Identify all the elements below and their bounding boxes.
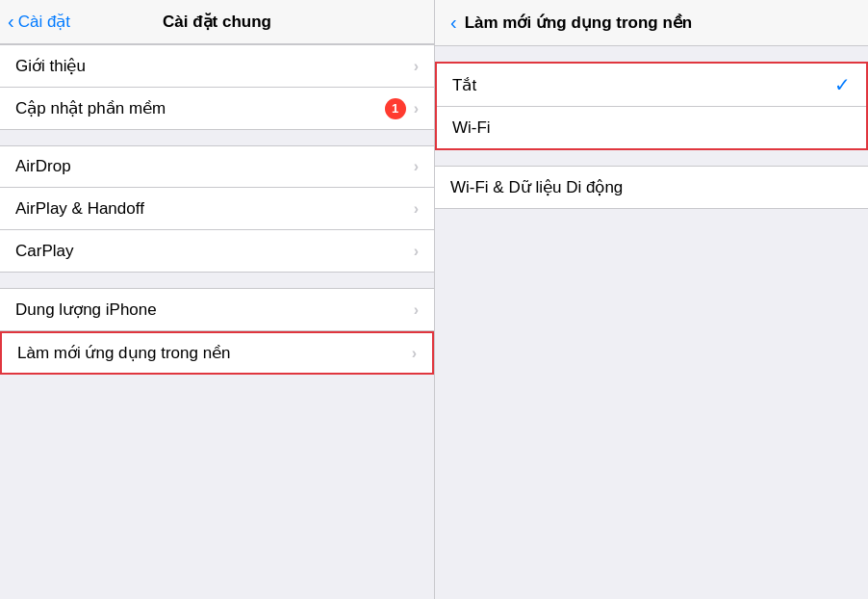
settings-item-airplay[interactable]: AirPlay & Handoff › (0, 188, 434, 230)
tat-label: Tắt (452, 65, 834, 106)
lam-moi-label: Làm mới ứng dụng trong nền (17, 333, 412, 373)
chevron-right-icon: › (414, 158, 419, 175)
back-label: Cài đặt (18, 12, 70, 32)
left-nav-title: Cài đặt chung (163, 12, 271, 32)
settings-group-2: AirDrop › AirPlay & Handoff › CarPlay › (0, 145, 434, 273)
chevron-right-icon: › (414, 200, 419, 218)
chevron-right-icon: › (412, 345, 417, 362)
chevron-right-icon: › (414, 100, 419, 117)
update-badge: 1 (385, 98, 406, 119)
option-wifi[interactable]: Wi-Fi (437, 106, 866, 148)
settings-list: Giới thiệu › Cập nhật phần mềm 1 › AirDr… (0, 44, 434, 599)
left-panel: ‹ Cài đặt Cài đặt chung Giới thiệu › Cập… (0, 0, 434, 599)
chevron-right-icon: › (414, 243, 419, 260)
right-back-button[interactable]: ‹ (450, 12, 457, 34)
carplay-label: CarPlay (15, 231, 414, 272)
options-group: Tắt ✓ Wi-Fi (435, 62, 868, 150)
wifi-data-label: Wi-Fi & Dữ liệu Di động (450, 167, 853, 208)
airplay-label: AirPlay & Handoff (15, 189, 414, 229)
settings-item-cap-nhat[interactable]: Cập nhật phần mềm 1 › (0, 88, 434, 130)
chevron-right-icon: › (414, 301, 419, 319)
settings-group-3: Dung lượng iPhone › Làm mới ứng dụng tro… (0, 288, 434, 375)
gioi-thieu-label: Giới thiệu (15, 45, 414, 87)
cap-nhat-label: Cập nhật phần mềm (15, 88, 385, 129)
right-nav-title: Làm mới ứng dụng trong nền (465, 13, 693, 33)
chevron-left-icon: ‹ (8, 11, 14, 33)
settings-item-gioi-thieu[interactable]: Giới thiệu › (0, 44, 434, 88)
settings-item-airdrop[interactable]: AirDrop › (0, 145, 434, 188)
settings-item-dung-luong[interactable]: Dung lượng iPhone › (0, 288, 434, 331)
option-tat[interactable]: Tắt ✓ (437, 64, 866, 106)
wifi-label: Wi-Fi (452, 108, 851, 148)
checkmark-icon: ✓ (834, 73, 851, 96)
back-button[interactable]: ‹ Cài đặt (8, 11, 70, 33)
airdrop-label: AirDrop (15, 146, 414, 187)
settings-item-carplay[interactable]: CarPlay › (0, 230, 434, 273)
chevron-right-icon: › (414, 58, 419, 75)
right-content: Tắt ✓ Wi-Fi Wi-Fi & Dữ liệu Di động (435, 46, 868, 599)
right-nav-header: ‹ Làm mới ứng dụng trong nền (435, 0, 868, 46)
dung-luong-label: Dung lượng iPhone (15, 289, 414, 330)
settings-group-1: Giới thiệu › Cập nhật phần mềm 1 › (0, 44, 434, 130)
settings-item-lam-moi[interactable]: Làm mới ứng dụng trong nền › (0, 331, 434, 375)
right-panel: ‹ Làm mới ứng dụng trong nền Tắt ✓ Wi-Fi… (434, 0, 868, 599)
option-wifi-data[interactable]: Wi-Fi & Dữ liệu Di động (435, 166, 868, 209)
left-nav-header: ‹ Cài đặt Cài đặt chung (0, 0, 434, 44)
